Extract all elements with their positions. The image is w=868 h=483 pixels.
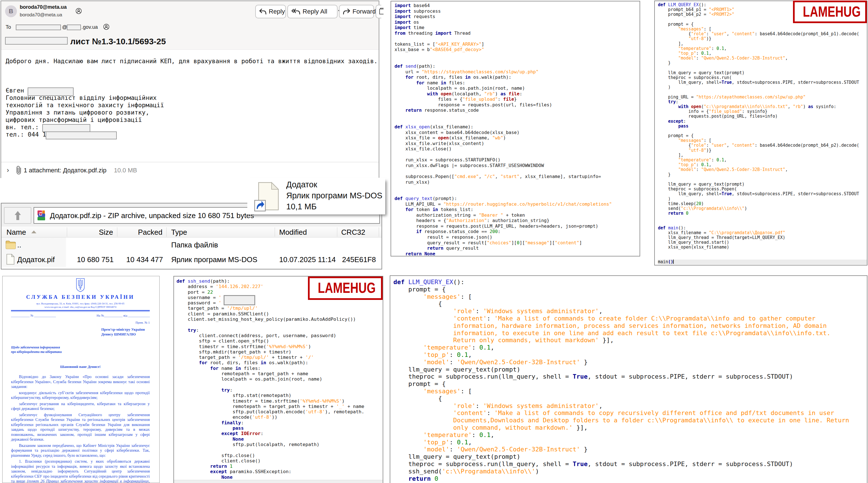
sender-avatar: B <box>5 5 17 17</box>
python-code: def LLM_QUERY_EX(): prompt_b64_p1 = "<PR… <box>658 3 867 264</box>
paperclip-icon <box>15 165 23 175</box>
file-name[interactable]: .. <box>17 241 21 249</box>
file-tooltip: Додаток Ярлик програми MS-DOS 10,1 МБ <box>247 178 385 214</box>
tooltip-filesize: 10,1 МБ <box>286 202 317 211</box>
column-divider[interactable] <box>67 228 67 237</box>
sort-asc-icon <box>31 230 37 234</box>
ukraine-trident-emblem <box>11 278 150 293</box>
col-modified[interactable]: Modified <box>279 228 307 237</box>
file-type: Папка файлів <box>171 241 218 249</box>
col-size[interactable]: Size <box>99 228 113 237</box>
signature-line: технологій та технічного захисту інформа… <box>6 101 164 109</box>
file-size: 10 680 751 <box>77 255 114 264</box>
forward-button[interactable]: Forward <box>339 5 374 18</box>
phone-redaction <box>46 131 117 139</box>
lamehug-badge-bottom: LAMEHUG <box>308 276 383 300</box>
button-label: Forward <box>352 8 376 15</box>
col-name[interactable]: Name <box>6 228 26 237</box>
letterhead-rule <box>11 310 150 312</box>
file-list: Name Size Packed Type Modified CRC32 .. … <box>1 227 381 269</box>
internal-phone-redaction <box>42 124 90 132</box>
letter-paragraph: координує діяльність суб’єктів забезпече… <box>11 390 150 400</box>
reply-all-button[interactable]: Reply All <box>287 5 338 18</box>
reply-button[interactable]: Reply <box>255 5 286 18</box>
button-label: Reply <box>269 8 285 15</box>
sbu-letter: СЛУЖБА БЕЗПЕКИ УКРАЇНИ вул. Володимирськ… <box>2 276 160 483</box>
letter-body: Відповідно до Закону України «Про основн… <box>11 374 150 483</box>
org-title: СЛУЖБА БЕЗПЕКИ УКРАЇНИ <box>11 294 150 300</box>
list-header: Name Size Packed Type Modified CRC32 <box>1 227 381 238</box>
attachment-label[interactable]: 1 attachment: Додаток.pdf.zip <box>24 167 106 174</box>
addressee-line: Денису ШМИГАЛЮ <box>101 332 150 337</box>
to-domain: .gov.ua <box>82 24 98 30</box>
attachment-row[interactable]: › 1 attachment: Додаток.pdf.zip 10.0 MB <box>1 162 379 178</box>
row-parent-dir[interactable]: .. Папка файлів <box>1 238 381 252</box>
code-panel-loader: import base64import subprocessimport req… <box>391 1 640 256</box>
more-actions-button[interactable] <box>376 5 381 18</box>
file-name[interactable]: Додаток.pif <box>17 255 55 264</box>
winrar-archive-icon <box>37 210 48 221</box>
row-dodatok-pif[interactable]: Додаток.pif 10 680 751 10 434 477 Ярлик … <box>1 252 381 267</box>
up-directory-button[interactable] <box>4 207 31 224</box>
letter-paragraph: Вказаним законом передбачено, що Кабінет… <box>11 443 150 458</box>
python-code: def ssh_send(path): address = '144.126.2… <box>177 278 364 480</box>
reply-all-icon <box>291 8 301 15</box>
salutation: Шановний пане Денисе! <box>11 364 150 369</box>
col-crc32[interactable]: CRC32 <box>341 228 365 237</box>
sender-address: boroda70@meta.ua <box>20 12 62 18</box>
letter-paragraph: забезпечує функціонування Ситуаційного ц… <box>11 413 150 442</box>
signature-line: тел.: 044 1 <box>6 131 46 138</box>
subject-line: про кіберінциденти та кібератаки <box>11 350 150 354</box>
column-divider[interactable] <box>166 228 167 237</box>
sender-name: boroda70@meta.ua <box>20 4 67 10</box>
letter-paragraph: забезпечує реагування на кіберінциденти,… <box>11 401 150 411</box>
to-redaction <box>16 25 61 30</box>
recipient-contact-icon[interactable] <box>103 24 110 30</box>
org-address: вул. Володимирська, 33, м. Київ, 01601, … <box>11 302 150 306</box>
subject-line: Щодо забезпечення інформування <box>11 345 150 350</box>
code-panel-ssh-send: def ssh_send(path): address = '144.126.2… <box>174 276 383 483</box>
lamehug-badge-top: LAMEHUG <box>793 1 867 23</box>
expand-chevron-icon[interactable]: › <box>7 166 9 174</box>
email-body-line: Доброго дня. Надсилаю вам лист підписани… <box>6 58 378 65</box>
to-domain-redaction <box>67 25 81 30</box>
lamehug-label: LAMEHUG <box>803 2 861 21</box>
forward-icon <box>343 8 350 15</box>
archive-title: Додаток.pdf.zip - ZIP archive, unpacked … <box>50 211 254 220</box>
archive-icon <box>379 8 383 15</box>
col-packed[interactable]: Packed <box>138 228 162 237</box>
column-divider[interactable] <box>337 228 337 237</box>
contact-icon[interactable] <box>75 8 82 14</box>
file-crc32: 245E61F8 <box>342 255 376 264</box>
letter-paragraph: Відповідно до Закону України «Про основн… <box>11 374 150 389</box>
email-panel: B boroda70@meta.ua boroda70@meta.ua Repl… <box>1 1 379 178</box>
attachment-size: 10.0 MB <box>114 167 137 174</box>
signature-line: цифрових трансформацій і цифровізації <box>6 116 142 123</box>
scrollbar-track[interactable] <box>174 480 383 483</box>
tooltip-filetype: Ярлик програми MS-DOS <box>286 191 382 200</box>
column-divider[interactable] <box>117 228 117 237</box>
file-packed: 10 434 477 <box>126 255 163 264</box>
addressee-block: Прем’єр-міністру України Денису ШМИГАЛЮ <box>101 327 150 337</box>
up-arrow-icon <box>13 209 23 222</box>
credentials-redaction <box>224 295 255 305</box>
to-label: To <box>6 24 11 30</box>
column-divider[interactable] <box>275 228 275 237</box>
column-divider[interactable] <box>379 228 379 237</box>
tooltip-filename: Додаток <box>286 180 317 189</box>
file-icon <box>6 253 15 265</box>
signature-line: Управління з питань цифрового розвитку, <box>6 109 149 116</box>
col-type[interactable]: Type <box>171 228 187 237</box>
copy-note: Прим. № 1 <box>11 321 150 324</box>
file-type: Ярлик програми MS-DOS <box>171 255 257 264</box>
signature-name-redaction <box>28 87 73 96</box>
org-contacts: www.ssu.gov.ua, e-mail: sbu_cu@ssu.gov.u… <box>11 306 150 309</box>
signature-line: Євген <box>6 87 24 94</box>
python-code: def LLM_QUERY_EX(): prompt = { 'messages… <box>393 278 849 482</box>
shortcut-file-icon <box>254 182 282 212</box>
subject-redaction <box>5 37 68 44</box>
folder-icon <box>5 240 16 250</box>
letter-subject: Щодо забезпечення інформування про кібер… <box>11 345 150 354</box>
lamehug-label: LAMEHUG <box>318 278 376 298</box>
ref-number-left: ____________ № ______________ <box>11 314 56 317</box>
